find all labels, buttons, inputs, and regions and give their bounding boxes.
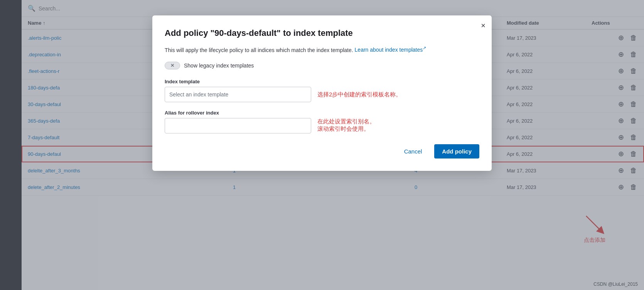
alias-group: Alias for rollover index 在此处设置索引别名。 滚动索引… bbox=[165, 110, 479, 133]
modal-title: Add policy "90-days-default" to index te… bbox=[165, 28, 479, 39]
alias-input-row: 在此处设置索引别名。 滚动索引时会使用。 bbox=[165, 118, 479, 133]
select-row: Select an index template 选择2步中创建的索引模板名称。 bbox=[165, 87, 479, 102]
add-policy-button[interactable]: Add policy bbox=[434, 144, 479, 158]
select-annotation: 选择2步中创建的索引模板名称。 bbox=[317, 91, 401, 98]
add-policy-modal: × Add policy "90-days-default" to index … bbox=[152, 15, 492, 171]
legacy-toggle[interactable]: ✕ bbox=[165, 62, 180, 69]
modal-close-button[interactable]: × bbox=[481, 22, 486, 29]
learn-more-link[interactable]: Learn about index templates↗ bbox=[355, 47, 427, 53]
legacy-toggle-row: ✕ Show legacy index templates bbox=[165, 62, 479, 69]
alias-label: Alias for rollover index bbox=[165, 110, 479, 116]
index-template-label: Index template bbox=[165, 79, 479, 84]
legacy-toggle-label: Show legacy index templates bbox=[184, 62, 254, 69]
toggle-x-icon: ✕ bbox=[170, 63, 174, 68]
modal-footer: Cancel Add policy bbox=[165, 144, 479, 158]
cancel-button[interactable]: Cancel bbox=[398, 145, 428, 158]
index-template-group: Index template Select an index template … bbox=[165, 79, 479, 102]
modal-overlay: × Add policy "90-days-default" to index … bbox=[0, 0, 644, 290]
alias-annotation: 在此处设置索引别名。 滚动索引时会使用。 bbox=[317, 118, 375, 133]
alias-input[interactable] bbox=[165, 118, 311, 133]
external-link-icon: ↗ bbox=[423, 46, 426, 51]
modal-description: This will apply the lifecycle policy to … bbox=[165, 45, 479, 54]
index-template-select[interactable] bbox=[165, 87, 311, 102]
index-template-select-wrapper: Select an index template bbox=[165, 87, 311, 102]
